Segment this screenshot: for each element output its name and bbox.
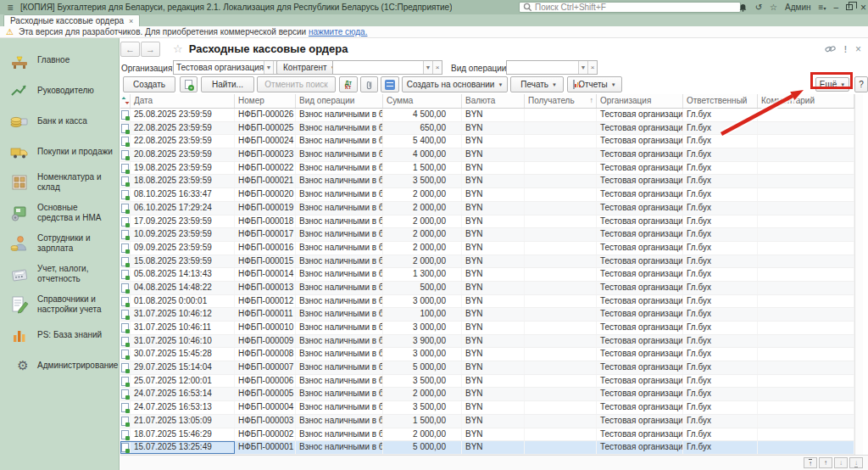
sidebar-item-bank-cash[interactable]: Банк и касса	[0, 106, 119, 137]
table-row[interactable]: 06.10.2025 17:29:24НФБП-000019Взнос нали…	[120, 202, 854, 215]
create-by-copy-button[interactable]: +	[180, 76, 198, 92]
cell-comment	[758, 175, 854, 187]
close-form-icon[interactable]: ×	[855, 43, 861, 55]
table-row[interactable]: 22.08.2025 23:59:59НФБП-000025Взнос нали…	[120, 122, 854, 136]
cash-orders-form: ← → ☆ Расходные кассовые ордера ! × Орга…	[120, 38, 868, 470]
notifications-bell-icon[interactable]	[738, 3, 748, 13]
clear-icon[interactable]: ×	[432, 61, 442, 74]
sidebar-item-purchases-sales[interactable]: Покупки и продажи	[0, 137, 119, 167]
sidebar-item-main[interactable]: Главное	[0, 45, 119, 76]
chevron-down-icon[interactable]: ▼	[264, 61, 273, 74]
table-row[interactable]: 18.07.2025 15:46:29НФБП-000002Взнос нали…	[120, 428, 854, 442]
get-link-icon[interactable]	[825, 44, 836, 54]
column-header[interactable]: Дата	[131, 94, 235, 108]
cell-currency: BYN	[462, 428, 525, 441]
chevron-down-icon[interactable]: ▼	[578, 61, 587, 74]
column-header[interactable]: Получатель↑	[525, 94, 597, 108]
attachments-button[interactable]	[360, 76, 378, 92]
counterparty-combo[interactable]: ▼ ×	[332, 60, 442, 75]
organization-combo[interactable]: Тестовая организация ▼ ×	[173, 60, 283, 75]
table-row[interactable]: 19.08.2025 23:59:59НФБП-000022Взнос нали…	[120, 162, 854, 176]
forward-arrow-button[interactable]: →	[141, 42, 160, 57]
back-arrow-button[interactable]: ←	[120, 42, 140, 57]
go-to-list-top-button[interactable]: ↑	[804, 457, 817, 468]
table-row[interactable]: 09.09.2025 23:59:59НФБП-000016Взнос нали…	[120, 242, 854, 255]
form-alerts-icon[interactable]: !	[844, 45, 847, 54]
sidebar-item-label: Банк и касса	[37, 116, 87, 126]
create-based-on-button[interactable]: Создать на основании▼	[402, 76, 508, 92]
find-button[interactable]: Найти...	[201, 76, 254, 92]
page-up-button[interactable]: ↑	[819, 457, 832, 468]
cell-responsible: Гл.бух	[683, 162, 758, 175]
user-name[interactable]: Админ	[785, 3, 811, 12]
table-row[interactable]: 24.07.2025 16:53:13НФБП-000004Взнос нали…	[120, 401, 854, 415]
table-row[interactable]: 31.07.2025 10:46:10НФБП-000009Взнос нали…	[120, 335, 854, 349]
table-row[interactable]: 29.07.2025 15:14:04НФБП-000007Взнос нали…	[120, 361, 854, 375]
table-row[interactable]: 18.08.2025 23:59:59НФБП-000021Взнос нали…	[120, 175, 854, 188]
table-row[interactable]: 31.07.2025 10:46:11НФБП-000010Взнос нали…	[120, 322, 854, 335]
table-row[interactable]: 22.08.2025 23:59:59НФБП-000024Взнос нали…	[120, 135, 854, 148]
table-row[interactable]: 24.07.2025 16:53:14НФБП-000005Взнос нали…	[120, 388, 854, 401]
table-row[interactable]: 15.08.2025 23:59:59НФБП-000015Взнос нали…	[120, 255, 854, 269]
page-down-button[interactable]: ↓	[834, 457, 848, 468]
table-row[interactable]: 30.07.2025 15:45:28НФБП-000008Взнос нали…	[120, 348, 854, 361]
cell-number: НФБП-000022	[235, 162, 296, 175]
add-favorite-star-icon[interactable]: ☆	[173, 42, 183, 55]
table-row[interactable]: 25.07.2025 12:00:01НФБП-000006Взнос нали…	[120, 375, 854, 389]
table-row[interactable]: 17.09.2025 23:59:59НФБП-000018Взнос нали…	[120, 215, 854, 229]
column-header[interactable]: Комментарий	[758, 94, 854, 108]
sidebar-item-knowledge-base[interactable]: PS: База знаний	[0, 320, 119, 350]
main-menu-icon[interactable]: ≡	[0, 2, 20, 14]
sidebar-item-inventory-warehouse[interactable]: Номенклатура и склад	[0, 167, 119, 198]
cell-comment	[758, 268, 854, 281]
history-icon[interactable]: ↺	[755, 3, 762, 12]
minimize-icon[interactable]: –	[833, 3, 838, 12]
table-row[interactable]: 20.08.2025 23:59:59НФБП-000023Взнос нали…	[120, 148, 854, 162]
cell-date: 18.08.2025 23:59:59	[131, 175, 235, 187]
table-row[interactable]: 10.09.2025 23:59:59НФБП-000017Взнос нали…	[120, 228, 854, 242]
column-header[interactable]: Вид операции	[296, 94, 383, 108]
show-postings-dtkt-button[interactable]: ДтКт	[339, 76, 358, 92]
cell-organization: Тестовая организация	[597, 361, 683, 374]
sidebar-item-accounting-taxes-reports[interactable]: Учет, налоги, отчетность	[0, 259, 119, 289]
favorites-star-icon[interactable]: ☆	[770, 3, 777, 12]
column-header[interactable]: Ответственный	[683, 94, 758, 108]
sidebar-item-fixed-assets[interactable]: Основные средства и НМА	[0, 198, 119, 228]
vertical-scrollbar[interactable]	[854, 94, 863, 455]
reports-button[interactable]: Отчеты▼	[567, 76, 622, 92]
service-menu-icon[interactable]: ≡▾	[819, 3, 826, 12]
cancel-search-button[interactable]: Отменить поиск	[257, 76, 336, 92]
tab-cash-orders[interactable]: Расходные кассовые ордера ×	[3, 14, 140, 26]
table-row[interactable]: 15.07.2025 13:25:49НФБП-000001Взнос нали…	[120, 441, 854, 455]
sidebar-item-employees-payroll[interactable]: Сотрудники и зарплата	[0, 228, 119, 259]
sidebar-item-administration[interactable]: ⚙ Администрирование	[0, 350, 119, 381]
table-row[interactable]: 21.07.2025 13:05:09НФБП-000003Взнос нали…	[120, 415, 854, 428]
table-row[interactable]: 05.08.2025 14:13:43НФБП-000014Взнос нали…	[120, 268, 854, 282]
table-row[interactable]: 08.10.2025 16:33:47НФБП-000020Взнос нали…	[120, 188, 854, 202]
buy-commercial-link[interactable]: нажмите сюда.	[309, 27, 368, 36]
more-button[interactable]: Ещё▼	[815, 77, 849, 92]
clear-icon[interactable]: ×	[587, 61, 597, 74]
column-header[interactable]: Валюта	[462, 94, 525, 108]
sidebar-item-directories-settings[interactable]: Справочники и настройки учета	[0, 289, 119, 320]
table-row[interactable]: 04.08.2025 14:48:22НФБП-000013Взнос нали…	[120, 282, 854, 295]
table-row[interactable]: 25.08.2025 23:59:59НФБП-000026Взнос нали…	[120, 109, 854, 122]
tab-close-icon[interactable]: ×	[129, 17, 133, 25]
column-header[interactable]: Организация	[597, 94, 683, 108]
table-row[interactable]: 01.08.2025 0:00:01НФБП-000012Взнос налич…	[120, 295, 854, 309]
chevron-down-icon[interactable]: ▼	[423, 61, 432, 74]
restore-window-icon[interactable]	[846, 4, 853, 10]
column-header[interactable]: Сумма	[383, 94, 462, 108]
global-search-input[interactable]: Поиск Ctrl+Shift+F	[519, 2, 741, 13]
close-window-icon[interactable]: ×	[860, 2, 866, 14]
go-to-list-end-button[interactable]: ↓	[849, 457, 863, 468]
sidebar-item-manager[interactable]: Руководителю	[0, 76, 119, 106]
print-button[interactable]: Печать▼	[510, 76, 564, 92]
related-documents-button[interactable]	[381, 76, 399, 92]
help-button[interactable]: ?	[854, 76, 868, 92]
create-button[interactable]: Создать	[123, 76, 175, 92]
list-settings-icon[interactable]	[120, 94, 131, 108]
column-header[interactable]: Номер	[235, 94, 296, 108]
operation-type-combo[interactable]: ▼ ×	[506, 60, 598, 75]
table-row[interactable]: 31.07.2025 10:46:12НФБП-000011Взнос нали…	[120, 308, 854, 322]
